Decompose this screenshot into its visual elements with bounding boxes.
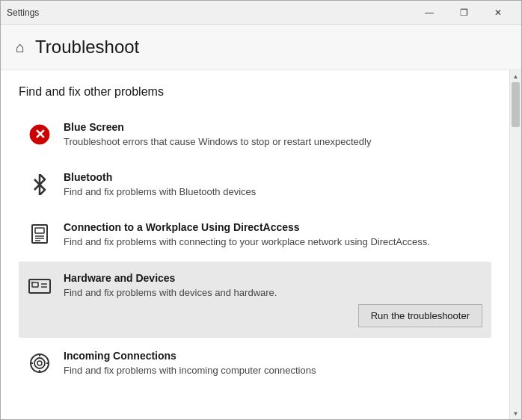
svg-rect-11 (31, 282, 34, 283)
item-name: Connection to a Workplace Using DirectAc… (64, 221, 482, 233)
main-content: Find and fix other problems ✕ Blue Scree… (1, 70, 509, 419)
window-title: Settings (7, 7, 412, 18)
incoming-icon (28, 351, 52, 375)
section-title: Find and fix other problems (19, 85, 491, 99)
directaccess-icon (28, 223, 52, 247)
page-header: ⌂ Troubleshoot (1, 25, 521, 70)
scroll-thumb[interactable] (512, 82, 520, 127)
hardware-icon (28, 274, 52, 297)
run-troubleshooter-button[interactable]: Run the troubleshooter (358, 304, 482, 327)
list-item[interactable]: Hardware and Devices Find and fix proble… (19, 262, 491, 338)
page-title: Troubleshoot (35, 37, 139, 58)
item-name: Bluetooth (64, 171, 482, 183)
bluescreen-icon: ✕ (28, 123, 52, 146)
item-desc: Troubleshoot errors that cause Windows t… (64, 135, 482, 149)
list-item[interactable]: Connection to a Workplace Using DirectAc… (19, 211, 491, 259)
maximize-button[interactable]: ❐ (446, 1, 481, 25)
svg-point-12 (31, 354, 49, 372)
item-text: Incoming Connections Find and fix proble… (64, 350, 482, 377)
list-item[interactable]: ✕ Blue Screen Troubleshoot errors that c… (19, 111, 491, 159)
bluetooth-icon (28, 173, 52, 197)
scroll-track (510, 82, 521, 407)
svg-point-13 (34, 358, 45, 368)
item-text: Bluetooth Find and fix problems with Blu… (64, 171, 482, 199)
scroll-up-button[interactable]: ▲ (510, 70, 522, 82)
svg-rect-3 (35, 228, 44, 233)
item-desc: Find and fix problems with devices and h… (64, 286, 482, 300)
home-icon[interactable]: ⌂ (16, 39, 25, 56)
minimize-button[interactable]: — (412, 1, 446, 25)
item-text: Blue Screen Troubleshoot errors that cau… (64, 121, 482, 149)
list-item[interactable]: Incoming Connections Find and fix proble… (19, 339, 491, 388)
close-button[interactable]: ✕ (481, 1, 515, 25)
item-desc: Find and fix problems with Bluetooth dev… (64, 185, 482, 199)
list-item[interactable]: Bluetooth Find and fix problems with Blu… (19, 161, 491, 209)
item-text: Connection to a Workplace Using DirectAc… (64, 221, 482, 249)
item-name: Hardware and Devices (64, 272, 482, 284)
scroll-down-button[interactable]: ▼ (510, 407, 522, 419)
item-name: Incoming Connections (64, 350, 482, 362)
item-desc: Find and fix problems with incoming comp… (64, 364, 482, 377)
item-text: Hardware and Devices Find and fix proble… (64, 272, 482, 327)
run-btn-row: Run the troubleshooter (64, 304, 482, 327)
scrollbar[interactable]: ▲ ▼ (509, 70, 521, 419)
svg-point-14 (37, 361, 42, 365)
item-name: Blue Screen (64, 121, 482, 133)
content-area: Find and fix other problems ✕ Blue Scree… (1, 70, 521, 419)
settings-window: Settings — ❐ ✕ ⌂ Troubleshoot Find and f… (0, 0, 522, 420)
item-desc: Find and fix problems with connecting to… (64, 235, 482, 249)
window-controls: — ❐ ✕ (412, 1, 515, 25)
svg-text:✕: ✕ (34, 127, 46, 142)
title-bar: Settings — ❐ ✕ (1, 1, 521, 25)
